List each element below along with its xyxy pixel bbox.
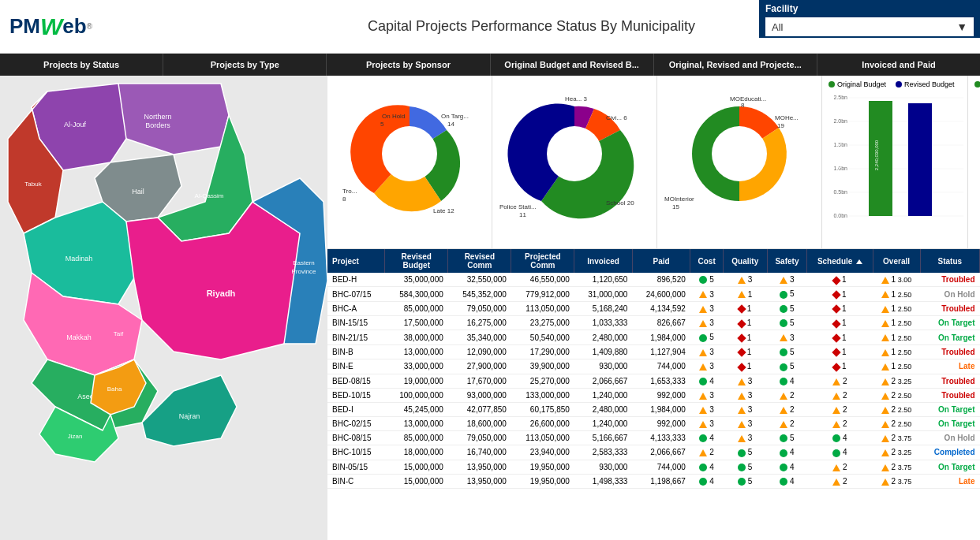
svg-point-43 — [712, 126, 767, 181]
cell-project: BED-08/15 — [327, 374, 385, 388]
logo-w: W — [40, 13, 62, 40]
header: PMWeb® Capital Projects Performance Stat… — [0, 0, 980, 54]
cell-quality: 1 — [724, 301, 768, 315]
table-row: BIN-B 13,000,000 12,090,000 17,290,000 1… — [327, 344, 980, 359]
cell-revised-comm: 16,275,000 — [448, 316, 511, 330]
svg-text:Hail: Hail — [132, 188, 144, 196]
col-cost: Cost — [690, 249, 724, 273]
cell-paid: 2,066,667 — [632, 445, 690, 460]
cell-status: On Hold — [920, 287, 979, 301]
cell-overall: 1 2.50 — [873, 359, 920, 374]
cell-project: BED-H — [327, 273, 385, 287]
cell-projected-comm: 39,900,000 — [511, 359, 574, 374]
cell-paid: 826,667 — [632, 316, 690, 330]
nav-item-status[interactable]: Projects by Status — [0, 54, 163, 76]
cell-revised-budget: 15,000,000 — [385, 474, 448, 488]
cell-schedule: 1 — [807, 359, 873, 374]
cell-cost: 3 — [690, 344, 724, 359]
map-svg: Northern Borders Al-Jouf Tabuk Hail Al-Q… — [0, 76, 327, 540]
cell-paid: 744,000 — [632, 460, 690, 474]
cell-schedule: 1 — [807, 287, 873, 301]
cell-status: Troubled — [920, 301, 979, 315]
nav-item-sponsor[interactable]: Projects by Sponsor — [327, 54, 490, 76]
data-table: Project RevisedBudget RevisedComm Projec… — [327, 249, 980, 489]
cell-paid: 744,000 — [632, 359, 690, 374]
cell-revised-comm: 93,000,000 — [448, 388, 511, 402]
cell-overall: 1 2.50 — [873, 344, 920, 359]
cell-revised-budget: 38,000,000 — [385, 330, 448, 344]
cell-quality: 3 — [724, 273, 768, 287]
cell-cost: 3 — [690, 316, 724, 330]
cell-quality: 3 — [724, 416, 768, 430]
cell-paid: 1,127,904 — [632, 344, 690, 359]
cell-overall: 2 2.50 — [873, 416, 920, 430]
cell-invoiced: 1,498,333 — [574, 474, 632, 488]
cell-project: BHC-10/15 — [327, 445, 385, 460]
cell-cost: 4 — [690, 430, 724, 445]
cell-revised-budget: 18,000,000 — [385, 445, 448, 460]
svg-text:8: 8 — [741, 102, 745, 109]
svg-rect-62 — [869, 101, 892, 216]
table-row: BED-H 35,000,000 32,550,000 46,550,000 1… — [327, 273, 980, 287]
cell-revised-comm: 12,090,000 — [448, 344, 511, 359]
cell-paid: 4,134,592 — [632, 301, 690, 315]
svg-text:2.0bn: 2.0bn — [833, 118, 847, 124]
cell-projected-comm: 26,600,000 — [511, 416, 574, 430]
cell-paid: 1,984,000 — [632, 402, 690, 416]
nav-item-invoiced[interactable]: Invoiced and Paid — [817, 54, 980, 76]
col-projected-comm: ProjectedComm — [511, 249, 574, 273]
svg-text:0.0bn: 0.0bn — [833, 213, 847, 218]
cell-status: On Hold — [920, 430, 979, 445]
svg-text:On Targ...: On Targ... — [441, 113, 469, 120]
svg-text:2,267,760,000: 2,267,760,000 — [837, 137, 842, 168]
svg-text:Najran: Najran — [179, 412, 200, 420]
chart-budget: Original Budget Revised Budget 2.5bn 2.0… — [822, 76, 968, 248]
sort-icon — [856, 259, 862, 264]
cell-revised-comm: 79,050,000 — [448, 430, 511, 445]
cell-schedule: 2 — [807, 374, 873, 388]
svg-text:Baha: Baha — [107, 385, 122, 393]
chart-status: On Hold 5 On Targ... 14 Tro... 8 Late 12 — [327, 76, 492, 248]
table-row: BHC-A 85,000,000 79,050,000 113,050,000 … — [327, 301, 980, 315]
cell-quality: 1 — [724, 316, 768, 330]
cell-invoiced: 5,166,667 — [574, 430, 632, 445]
cell-paid: 24,600,000 — [632, 287, 690, 301]
cell-projected-comm: 113,050,000 — [511, 301, 574, 315]
donut-type-svg: Hea... 3 Civi... 6 School 20 Police Stat… — [496, 79, 653, 229]
cell-status: Troubled — [920, 374, 979, 388]
facility-select[interactable]: All ▼ — [765, 17, 974, 36]
col-project: Project — [327, 249, 385, 273]
cell-cost: 4 — [690, 474, 724, 488]
charts-top: On Hold 5 On Targ... 14 Tro... 8 Late 12 — [327, 76, 980, 249]
cell-status: On Target — [920, 416, 979, 430]
table-row: BHC-10/15 18,000,000 16,740,000 23,940,0… — [327, 445, 980, 460]
cell-overall: 1 2.50 — [873, 301, 920, 315]
facility-box: Facility All ▼ — [759, 0, 980, 38]
cell-overall: 2 3.75 — [873, 430, 920, 445]
nav-item-budget[interactable]: Original Budget and Revised B... — [491, 54, 654, 76]
cell-quality: 3 — [724, 374, 768, 388]
cell-cost: 4 — [690, 374, 724, 388]
cell-cost: 3 — [690, 402, 724, 416]
cell-quality: 1 — [724, 344, 768, 359]
cell-revised-comm: 17,670,000 — [448, 374, 511, 388]
col-paid: Paid — [632, 249, 690, 273]
nav-item-revised[interactable]: Original, Revised and Projecte... — [654, 54, 817, 76]
cell-safety: 2 — [767, 388, 807, 402]
svg-text:Taif: Taif — [114, 330, 124, 337]
cell-quality: 3 — [724, 430, 768, 445]
svg-text:Eastern: Eastern — [293, 259, 315, 266]
map-area: Northern Borders Al-Jouf Tabuk Hail Al-Q… — [0, 76, 327, 540]
cell-safety: 3 — [767, 273, 807, 287]
cell-invoiced: 2,066,667 — [574, 374, 632, 388]
nav-bar: Projects by Status Projects by Type Proj… — [0, 54, 980, 76]
col-revised-budget: RevisedBudget — [385, 249, 448, 273]
cell-projected-comm: 50,540,000 — [511, 330, 574, 344]
svg-text:Tabuk: Tabuk — [24, 181, 42, 188]
cell-projected-comm: 19,950,000 — [511, 474, 574, 488]
svg-text:Madinah: Madinah — [65, 255, 93, 263]
legend-original-budget: Original Budget — [829, 80, 886, 88]
table-row: BIN-15/15 17,500,000 16,275,000 23,275,0… — [327, 316, 980, 330]
cell-invoiced: 930,000 — [574, 359, 632, 374]
nav-item-type[interactable]: Projects by Type — [163, 54, 327, 76]
